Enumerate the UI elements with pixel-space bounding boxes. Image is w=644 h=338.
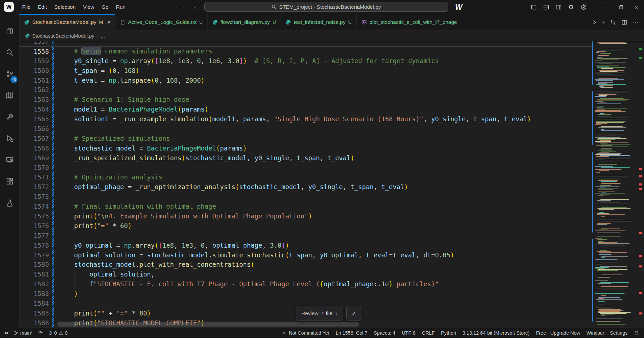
explorer-icon[interactable] xyxy=(2,23,18,39)
testing-icon[interactable] xyxy=(2,195,18,211)
code-line-1581[interactable]: 1581 optimal_solution, xyxy=(19,269,592,279)
language-mode-item[interactable]: Python xyxy=(440,330,457,336)
more-actions-icon[interactable]: ··· xyxy=(631,16,641,28)
windsurf-settings-item[interactable]: Windsurf - Settings xyxy=(586,330,629,336)
tab-plot-stochastic-image[interactable]: plot_stochastic_e_coli_with_t7_phage xyxy=(357,14,462,30)
git-branch-item[interactable]: main* xyxy=(13,330,33,336)
command-center-search[interactable]: STEM_project - StochasticBacteriaModel.p… xyxy=(204,2,448,12)
accept-changes-button[interactable]: ✓ xyxy=(346,306,362,321)
menu-overflow-icon[interactable]: ··· xyxy=(129,4,144,10)
code-line-1575[interactable]: 1575 print("\n4. Example Simulation with… xyxy=(19,211,592,221)
horizontal-scrollbar[interactable] xyxy=(57,322,359,327)
git-commit-icon xyxy=(282,331,287,336)
account-icon[interactable] xyxy=(577,0,590,14)
menu-view[interactable]: View xyxy=(79,0,98,14)
code-line-1569[interactable]: 1569 _run_specialized_simulations(stocha… xyxy=(19,153,592,163)
map-icon[interactable] xyxy=(2,87,18,103)
run-dropdown-chevron-icon[interactable] xyxy=(600,16,606,28)
run-debug-icon[interactable] xyxy=(2,130,18,146)
tab-test-infected-noise[interactable]: test_infected_noise.py U xyxy=(281,14,356,30)
indentation-item[interactable]: Spaces: 4 xyxy=(373,330,396,336)
code-editor[interactable]: 15571558 # Setup common simulation param… xyxy=(19,41,644,328)
code-line-1566[interactable]: 1566 xyxy=(19,124,592,134)
cursor-position-item[interactable]: Ln 1558, Col 7 xyxy=(335,330,368,336)
code-line-1577[interactable]: 1577 xyxy=(19,231,592,241)
breadcrumb-chevron-icon: › xyxy=(97,33,98,39)
code-line-1580[interactable]: 1580 stochastic_model.plot_with_real_con… xyxy=(19,260,592,269)
code-line-1567[interactable]: 1567 # Specialized simulations xyxy=(19,134,592,143)
navigate-back-icon[interactable]: ← xyxy=(176,0,182,14)
text-cursor xyxy=(82,48,82,54)
error-count: 0 xyxy=(54,330,57,336)
source-control-icon[interactable]: 43 xyxy=(2,66,18,82)
breadcrumb-filename[interactable]: StochasticBacteriaModel.py xyxy=(32,33,94,39)
toggle-panel-icon[interactable] xyxy=(540,0,552,14)
code-line-1562[interactable]: 1562 xyxy=(19,85,592,95)
code-line-1582[interactable]: 1582 f"STOCHASTIC - E. coli with T7 Phag… xyxy=(19,279,592,289)
code-line-1574[interactable]: 1574 # Final simulation with optimal pha… xyxy=(19,202,592,211)
navigate-forward-icon[interactable]: → xyxy=(190,0,196,14)
sync-changes-icon[interactable]: ⟳ xyxy=(38,330,43,336)
restore-button[interactable] xyxy=(613,0,629,14)
extensions-icon[interactable] xyxy=(2,173,18,189)
tab-stochastic-bacteria-model[interactable]: StochasticBacteriaModel.py M × xyxy=(19,14,115,30)
code-line-1563[interactable]: 1563 # Scenario 1: Single high dose xyxy=(19,95,592,104)
close-tab-icon[interactable]: × xyxy=(107,19,111,26)
branch-icon xyxy=(14,331,18,335)
code-line-1564[interactable]: 1564 model1 = BacteriaPhageModel(params) xyxy=(19,104,592,114)
close-window-button[interactable] xyxy=(629,0,644,14)
code-line-1583[interactable]: 1583 ) xyxy=(19,289,592,299)
tab-active-code-logic-guide[interactable]: Active_Code_Logic_Guide.txt U xyxy=(115,14,207,30)
code-line-1568[interactable]: 1568 stochastic_model = BacteriaPhageMod… xyxy=(19,143,592,153)
code-line-1561[interactable]: 1561 t_eval = np.linspace(0, 168, 2000) xyxy=(19,76,592,85)
problems-item[interactable]: ⊘ 0 ⚠ 0 xyxy=(48,330,68,336)
code-line-1573[interactable]: 1573 xyxy=(19,192,592,202)
git-status-badge: M xyxy=(99,19,103,25)
code-line-1578[interactable]: 1578 y0_optimal = np.array([1e8, 1e3, 0,… xyxy=(19,241,592,250)
windsurf-logo-icon: W xyxy=(4,2,14,12)
python-interpreter-item[interactable]: 3.13.12 64-bit (Microsoft Store) xyxy=(462,330,530,336)
search-icon[interactable] xyxy=(2,44,18,60)
toggle-right-sidebar-icon[interactable] xyxy=(552,0,565,14)
tab-flowchart-diagram[interactable]: flowchart_diagram.py U xyxy=(208,14,281,30)
commit-status-item[interactable]: Not Committed Yet xyxy=(281,330,330,336)
status-bar: >< main* ⟳ ⊘ 0 ⚠ 0 Not Committed Yet Ln … xyxy=(0,328,644,338)
encoding-item[interactable]: UTF-8 xyxy=(401,330,416,336)
split-editor-icon[interactable] xyxy=(619,16,629,28)
python-file-icon xyxy=(286,19,291,25)
toggle-left-sidebar-icon[interactable] xyxy=(528,0,540,14)
code-line-1579[interactable]: 1579 optimal_solution = stochastic_model… xyxy=(19,250,592,260)
menu-go[interactable]: Go xyxy=(98,0,112,14)
minimize-button[interactable] xyxy=(598,0,613,14)
settings-gear-icon[interactable]: ⚙ xyxy=(565,0,577,14)
tab-label: Active_Code_Logic_Guide.txt xyxy=(128,19,196,25)
code-line-1558[interactable]: 1558 # Setup common simulation parameter… xyxy=(19,46,592,56)
overview-ruler-scrollbar[interactable] xyxy=(636,41,644,328)
notifications-bell-icon[interactable] xyxy=(633,331,640,336)
python-file-icon xyxy=(212,19,218,25)
menu-file[interactable]: File xyxy=(18,0,34,14)
code-line-1557[interactable]: 1557 xyxy=(19,41,592,46)
remote-explorer-icon[interactable] xyxy=(2,152,18,168)
run-python-file-icon[interactable] xyxy=(589,16,599,28)
eol-item[interactable]: CRLF xyxy=(421,330,435,336)
code-line-1571[interactable]: 1571 # Optimization analysis xyxy=(19,172,592,182)
plan-upgrade-item[interactable]: Free - Upgrade Now xyxy=(535,330,581,336)
code-line-1560[interactable]: 1560 t_span = (0, 168) xyxy=(19,66,592,76)
minimap[interactable] xyxy=(592,41,636,328)
code-line-1570[interactable]: 1570 xyxy=(19,163,592,173)
review-files-button[interactable]: Review 1 file › xyxy=(296,306,343,321)
code-line-1565[interactable]: 1565 solution1 = _run_example_simulation… xyxy=(19,114,592,124)
menu-run[interactable]: Run xyxy=(112,0,129,14)
breadcrumb-symbol-ellipsis[interactable]: ... xyxy=(101,33,105,39)
code-line-1576[interactable]: 1576 print("=" * 60) xyxy=(19,221,592,231)
compare-changes-icon[interactable] xyxy=(608,16,618,28)
checkmark-icon: ✓ xyxy=(352,310,357,317)
tools-icon[interactable] xyxy=(2,109,18,125)
code-line-1572[interactable]: 1572 optimal_phage = _run_optimization_a… xyxy=(19,182,592,192)
code-line-1559[interactable]: 1559 y0_single = np.array([1e8, 1e3, 0, … xyxy=(19,56,592,66)
menu-edit[interactable]: Edit xyxy=(34,0,51,14)
menu-selection[interactable]: Selection xyxy=(51,0,80,14)
windsurf-wordmark-icon: W xyxy=(455,0,462,14)
remote-window-icon[interactable]: >< xyxy=(3,330,9,336)
